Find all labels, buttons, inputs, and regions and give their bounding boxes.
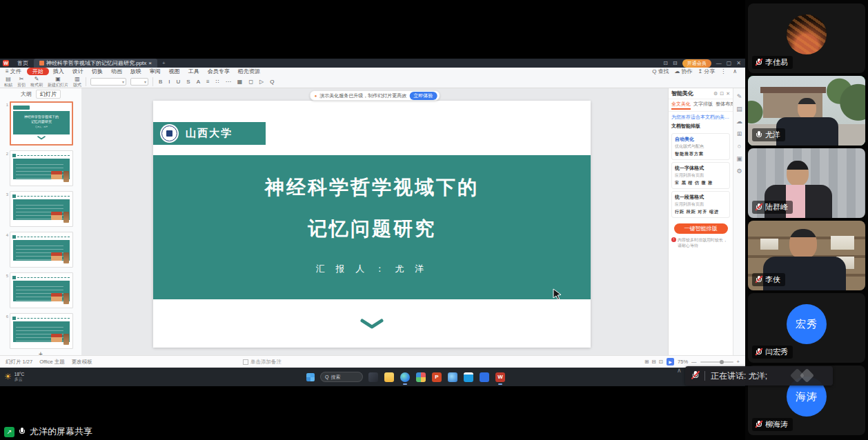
menu-tab[interactable]: 会员专享 <box>204 68 234 75</box>
slide-thumbnail-box[interactable] <box>10 313 73 349</box>
menu-tab[interactable]: 工具 <box>184 68 204 75</box>
ribbon-button[interactable]: ✂ 剪切 <box>17 77 26 87</box>
side-tool-icon[interactable]: ▣ <box>736 156 742 162</box>
zoom-slider[interactable] <box>700 361 733 363</box>
menu-tab[interactable]: 插入 <box>49 68 68 75</box>
slide-thumbnail-box[interactable] <box>10 150 73 186</box>
close-tab-icon[interactable]: × <box>148 59 152 68</box>
menubar-right-button[interactable]: ↥ 分享 <box>698 68 715 75</box>
tab-home[interactable]: 首页 <box>12 59 34 68</box>
change-template-button[interactable]: 更改模板 <box>72 359 92 366</box>
slide-thumbnail[interactable]: 4 <box>0 232 81 268</box>
taskbar-app-icon[interactable] <box>368 372 378 382</box>
side-tool-icon[interactable]: ✎ <box>737 94 742 100</box>
ribbon-small-button[interactable]: ▦ <box>236 79 244 85</box>
ribbon-small-button[interactable]: ∷ <box>215 79 221 85</box>
side-tool-icon[interactable]: ○ <box>738 143 741 150</box>
pane-tab[interactable]: 整体布局 <box>716 101 733 110</box>
view-mode-icon[interactable]: ⊟ <box>652 359 656 365</box>
side-tool-icon[interactable]: ⚙ <box>736 168 742 174</box>
menubar-right-button[interactable]: Q 查找 <box>652 68 669 75</box>
taskbar-app-icon[interactable] <box>480 372 489 382</box>
participant-tile[interactable]: 陆群峰 <box>748 148 865 218</box>
taskbar-app-icon[interactable]: P <box>432 372 442 382</box>
menu-tab[interactable]: 动画 <box>107 68 126 75</box>
participant-tile[interactable]: 李佳易 <box>748 3 865 73</box>
recommend-link[interactable]: 为您推荐适合本文档的美化方案 <box>669 112 733 121</box>
theme-name[interactable]: Office 主题 <box>39 359 65 366</box>
beautify-card[interactable]: 统一段落格式 应用到所有页面 行距 段距 对齐 缩进 <box>671 191 730 218</box>
slide-thumbnail-box[interactable] <box>10 191 73 227</box>
ribbon-small-button[interactable]: I <box>167 79 171 85</box>
ribbon-small-button[interactable]: U <box>175 79 182 85</box>
gear-icon[interactable]: ⚙ <box>713 91 718 97</box>
side-tool-icon[interactable]: ⊞ <box>737 131 742 137</box>
slide-thumbnail[interactable]: 2 <box>0 150 81 186</box>
taskbar-app-icon[interactable] <box>400 372 410 382</box>
menu-tab[interactable]: 审阅 <box>146 68 165 75</box>
ribbon-button[interactable]: ▤ 粘贴 <box>4 77 12 87</box>
participant-tile[interactable]: 李侠 <box>748 221 865 290</box>
ribbon-small-button[interactable]: ≡ <box>205 79 211 85</box>
maximize-icon[interactable]: ▢ <box>727 60 732 66</box>
ribbon-small-button[interactable]: ⋯ <box>224 79 233 85</box>
slide-thumbnail-box[interactable] <box>10 272 73 308</box>
menu-tab[interactable]: 放映 <box>126 68 146 75</box>
add-slide-button[interactable]: + <box>0 350 81 355</box>
zoom-slider-knob[interactable] <box>720 360 724 364</box>
taskbar-search[interactable]: Q 搜索 <box>320 372 363 382</box>
promo-button[interactable]: 立即体验 <box>409 92 437 100</box>
slide[interactable]: 山西大学 神经科学哲学视域下的 记忆问题研究 汇 报 人 ： 尤 洋 <box>153 101 591 348</box>
font-size-select[interactable]: ▾ <box>130 78 148 86</box>
ribbon-small-button[interactable]: Q <box>268 79 275 85</box>
participant-tile[interactable]: 宏秀 闫宏秀 <box>748 293 865 363</box>
mic-muted-icon[interactable] <box>691 371 700 381</box>
slide-thumbnail[interactable]: 3 <box>0 191 81 227</box>
tab-slides[interactable]: 幻灯片 <box>36 90 61 99</box>
menu-tab[interactable]: 开始 <box>27 68 49 75</box>
new-tab-button[interactable]: + <box>157 60 170 66</box>
taskbar-weather[interactable]: ☀ 18°C 多云 <box>0 372 24 381</box>
ribbon-small-button[interactable]: ▷ <box>258 79 265 85</box>
menubar-right-button[interactable]: ☁ 协作 <box>674 68 692 75</box>
minimize-icon[interactable]: — <box>716 60 722 66</box>
side-tool-icon[interactable]: ☁ <box>736 119 742 125</box>
menu-tab[interactable]: 切换 <box>88 68 107 75</box>
beautify-card[interactable]: 自动美化 优化版式与配色 智能推荐方案 <box>671 133 730 160</box>
start-button[interactable] <box>306 373 315 381</box>
menubar-right-button[interactable]: ⋮ <box>720 68 727 74</box>
taskbar-app-icon[interactable] <box>416 372 426 382</box>
taskbar-app-icon[interactable] <box>464 372 473 382</box>
side-tool-icon[interactable]: ▤ <box>736 106 742 112</box>
menubar-right-button[interactable]: ∧ <box>733 68 738 74</box>
editing-canvas[interactable]: ● 演示美化服务已升级，制作幻灯片更高效 立即体验 山西大学 神经科学哲学视域下… <box>81 88 668 355</box>
close-icon[interactable]: ✕ <box>736 60 741 66</box>
menu-tab[interactable]: 设计 <box>68 68 88 75</box>
ribbon-small-button[interactable]: ◻ <box>247 79 255 85</box>
apply-beautify-button[interactable]: 一键智能排版 <box>674 223 728 234</box>
beautify-card[interactable]: 统一字体格式 应用到所有页面 宋 黑 楷 仿 微 雅 <box>671 162 730 189</box>
ribbon-button[interactable]: ▣ 新建幻灯片 <box>48 77 68 87</box>
ribbon-small-button[interactable]: B <box>157 79 164 85</box>
play-slideshow-button[interactable]: ▶ <box>667 358 674 366</box>
pane-tab[interactable]: 文字排版 <box>693 101 713 110</box>
taskbar-app-icon[interactable] <box>448 372 457 382</box>
ribbon-small-button[interactable]: A <box>195 79 201 85</box>
pane-tab[interactable]: 全文美化 <box>671 101 691 110</box>
menu-tab[interactable]: 视图 <box>165 68 184 75</box>
notes-hint[interactable]: 单击添加备注 <box>243 359 282 366</box>
menu-file[interactable]: ≡ 文件 <box>0 68 27 75</box>
taskbar-app-icon[interactable]: W <box>495 372 505 382</box>
tab-outline[interactable]: 大纲 <box>21 90 32 98</box>
ribbon-button[interactable]: ✎ 格式刷 <box>30 77 43 87</box>
font-family-select[interactable]: ▾ <box>90 78 126 86</box>
slide-thumbnail-box[interactable]: 神经科学哲学视域下的 记忆问题研究 汇报人：尤洋 <box>10 101 73 146</box>
ribbon-button[interactable]: ▥ 版式 <box>73 77 81 87</box>
popout-icon[interactable]: ⊡ <box>663 60 668 66</box>
view-mode-icon[interactable]: ⊡ <box>659 359 663 365</box>
view-mode-icon[interactable]: ⊞ <box>644 359 649 365</box>
slide-thumbnail[interactable]: 1 神经科学哲学视域下的 记忆问题研究 汇报人：尤洋 <box>0 101 81 146</box>
slide-thumbnail[interactable]: 6 <box>0 313 81 349</box>
popout-icon[interactable]: ⊡ <box>720 91 724 97</box>
collapse-caret-icon[interactable]: ∧ <box>677 367 682 374</box>
